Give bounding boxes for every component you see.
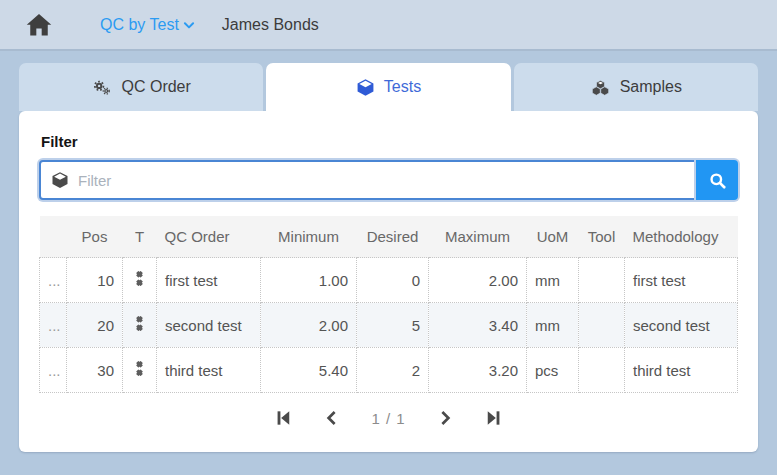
- next-page-button[interactable]: [436, 409, 454, 427]
- filter-section-label: Filter: [41, 133, 738, 150]
- cubes-icon: [590, 78, 611, 97]
- col-header-actions: [40, 216, 67, 258]
- previous-page-button[interactable]: [323, 409, 341, 427]
- breadcrumb-label: QC by Test: [100, 16, 179, 34]
- cell-test-type: [123, 303, 157, 348]
- search-icon: [708, 171, 727, 190]
- cell-qc-order: third test: [157, 348, 261, 393]
- row-actions-menu[interactable]: ...: [40, 303, 67, 348]
- tab-bar: QC Order Tests Samples: [19, 63, 758, 111]
- cell-minimum: 2.00: [261, 303, 357, 348]
- cell-methodology: first test: [625, 258, 738, 303]
- row-actions-menu[interactable]: ...: [40, 348, 67, 393]
- last-page-button[interactable]: [484, 408, 504, 428]
- cell-desired: 2: [357, 348, 429, 393]
- tab-label: QC Order: [121, 78, 190, 96]
- table-row: ... 30 third test 5.40 2 3.20 pcs third …: [40, 348, 738, 393]
- tab-tests[interactable]: Tests: [266, 63, 510, 111]
- col-header-uom: UoM: [527, 216, 579, 258]
- cell-tool: [579, 303, 625, 348]
- cell-pos: 30: [67, 348, 123, 393]
- table-row: ... 10 first test 1.00 0 2.00 mm first t…: [40, 258, 738, 303]
- chevron-down-icon: [182, 18, 196, 32]
- col-header-qc-order: QC Order: [157, 216, 261, 258]
- cell-uom: mm: [527, 303, 579, 348]
- tests-table: Pos T QC Order Minimum Desired Maximum U…: [39, 216, 738, 393]
- cell-maximum: 2.00: [429, 258, 527, 303]
- table-header-row: Pos T QC Order Minimum Desired Maximum U…: [40, 216, 738, 258]
- cube-icon: [51, 171, 69, 189]
- cell-methodology: second test: [625, 303, 738, 348]
- cell-minimum: 5.40: [261, 348, 357, 393]
- home-button[interactable]: [24, 11, 54, 39]
- cell-pos: 20: [67, 303, 123, 348]
- last-page-icon: [484, 408, 504, 428]
- cell-pos: 10: [67, 258, 123, 303]
- cell-tool: [579, 348, 625, 393]
- tab-qc-order[interactable]: QC Order: [19, 63, 263, 111]
- cell-maximum: 3.20: [429, 348, 527, 393]
- col-header-methodology: Methodology: [625, 216, 738, 258]
- first-page-button[interactable]: [273, 408, 293, 428]
- home-icon: [24, 11, 54, 39]
- cube-icon: [356, 78, 375, 97]
- cell-minimum: 1.00: [261, 258, 357, 303]
- cell-uom: mm: [527, 258, 579, 303]
- cell-qc-order: first test: [157, 258, 261, 303]
- pencil-ruler-icon: [131, 315, 148, 332]
- user-name-label: James Bonds: [222, 16, 319, 34]
- filter-input[interactable]: [78, 172, 684, 189]
- col-header-minimum: Minimum: [261, 216, 357, 258]
- table-row: ... 20 second test 2.00 5 3.40 mm second…: [40, 303, 738, 348]
- col-header-desired: Desired: [357, 216, 429, 258]
- col-header-maximum: Maximum: [429, 216, 527, 258]
- row-actions-menu[interactable]: ...: [40, 258, 67, 303]
- chevron-right-icon: [436, 409, 454, 427]
- pencil-ruler-icon: [131, 360, 148, 377]
- breadcrumb-dropdown-qc-by-test[interactable]: QC by Test: [100, 16, 196, 34]
- tab-label: Samples: [620, 78, 682, 96]
- cell-maximum: 3.40: [429, 303, 527, 348]
- tab-samples[interactable]: Samples: [514, 63, 758, 111]
- chevron-left-icon: [323, 409, 341, 427]
- col-header-t: T: [123, 216, 157, 258]
- cell-tool: [579, 258, 625, 303]
- tab-label: Tests: [384, 78, 421, 96]
- col-header-pos: Pos: [67, 216, 123, 258]
- col-header-tool: Tool: [579, 216, 625, 258]
- search-button[interactable]: [696, 160, 738, 200]
- cell-test-type: [123, 348, 157, 393]
- first-page-icon: [273, 408, 293, 428]
- cell-methodology: third test: [625, 348, 738, 393]
- filter-input-group: [39, 160, 738, 200]
- tests-panel: Filter: [19, 111, 758, 452]
- cell-qc-order: second test: [157, 303, 261, 348]
- cell-uom: pcs: [527, 348, 579, 393]
- cell-test-type: [123, 258, 157, 303]
- cell-desired: 0: [357, 258, 429, 303]
- filter-input-wrapper: [39, 160, 696, 200]
- pencil-ruler-icon: [131, 270, 148, 287]
- gears-icon: [91, 78, 112, 97]
- cell-desired: 5: [357, 303, 429, 348]
- pagination: 1 / 1: [39, 393, 738, 443]
- top-navigation-bar: QC by Test James Bonds: [0, 0, 777, 51]
- page-indicator: 1 / 1: [371, 410, 405, 427]
